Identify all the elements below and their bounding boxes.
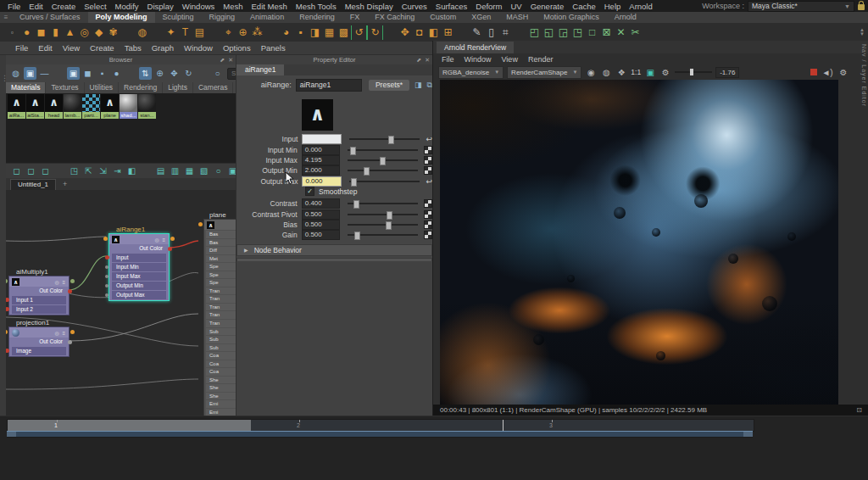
renderview-menu-item[interactable]: View	[497, 55, 523, 64]
minus-icon[interactable]: —	[38, 67, 51, 80]
shelf-tab[interactable]: Curves / Surfaces	[12, 12, 88, 23]
shelf-icon[interactable]	[455, 25, 470, 40]
browser-tab[interactable]: Textures	[46, 82, 84, 93]
node-attribute[interactable]: Sub	[206, 344, 236, 352]
property-editor-tab[interactable]: aiRange1	[236, 64, 284, 75]
input-port-dot[interactable]	[105, 284, 108, 287]
exposure-value[interactable]: -1.76	[715, 67, 739, 78]
svg-tool-icon[interactable]: ▤	[192, 25, 207, 40]
multicut-icon[interactable]: ✎	[470, 25, 484, 40]
menu-item[interactable]: Curves	[398, 2, 431, 11]
smooth-mesh-icon[interactable]: ◳	[570, 25, 585, 40]
swatch-thumbnail[interactable]	[26, 94, 44, 112]
display-settings-icon[interactable]: ⚙	[659, 68, 671, 77]
measure-tool-icon[interactable]: ⁂	[250, 25, 264, 40]
slider-handle[interactable]	[387, 211, 392, 220]
node-attribute[interactable]: Diff	[206, 247, 236, 254]
clear-filter-icon[interactable]: ○	[211, 67, 224, 80]
attribute-slider[interactable]	[348, 170, 418, 171]
node-port-dot[interactable]	[70, 330, 75, 334]
node-header[interactable]: ◎ ≡	[9, 327, 69, 338]
poly-cube-icon[interactable]: ◼	[34, 25, 48, 40]
range-handle-end[interactable]	[743, 432, 753, 437]
material-swatch[interactable]: head	[45, 94, 63, 120]
node-attribute[interactable]: Sub	[206, 328, 236, 336]
browser-tab[interactable]: Lights	[163, 82, 193, 93]
show-namespace-icon[interactable]: ✥	[168, 67, 181, 80]
input-port-dot[interactable]	[6, 307, 9, 311]
hypershade-menu-item[interactable]: Tabs	[120, 43, 147, 53]
node-input[interactable]: Output Min	[112, 282, 166, 290]
input-connections-icon[interactable]: ◻	[10, 166, 23, 176]
crop-region-icon[interactable]: ▣	[644, 68, 656, 77]
attribute-slider[interactable]	[348, 159, 418, 161]
browser-tab[interactable]: Rendering	[119, 82, 163, 93]
snapshot-icon[interactable]: ◍	[600, 68, 612, 77]
renderview-menu-item[interactable]: File	[437, 55, 459, 64]
map-button-icon[interactable]	[424, 166, 432, 175]
menu-item[interactable]: Cache	[568, 2, 599, 11]
nav-layer-editor-tab[interactable]: Nav / Layer Editor	[861, 44, 867, 107]
poly-sphere-icon[interactable]: ●	[19, 25, 34, 40]
menu-item[interactable]: Surfaces	[431, 2, 472, 11]
shelf-icon[interactable]	[149, 25, 164, 40]
node-attribute[interactable]: Coa	[206, 360, 236, 368]
zoom-level[interactable]: 1:1	[631, 68, 641, 76]
slider-handle[interactable]	[380, 157, 386, 165]
close-panel-icon[interactable]: ✕	[425, 55, 430, 64]
super-shape-icon[interactable]: ✦	[164, 25, 178, 40]
shelf-grip-icon[interactable]: ▫	[5, 25, 19, 40]
merge-vertices-icon[interactable]: ◱	[542, 25, 556, 40]
shelf-tab[interactable]: Rendering	[292, 12, 342, 23]
aov-dropdown[interactable]: RGBA_denoise▼	[438, 66, 504, 79]
renderview-title-tab[interactable]: Arnold RenderView	[437, 42, 514, 53]
shelf-tab[interactable]: FX Caching	[367, 12, 422, 23]
material-swatch[interactable]: stan...	[138, 94, 156, 120]
slider-handle[interactable]	[350, 147, 356, 155]
menu-item[interactable]: Windows	[178, 2, 220, 11]
swatch-thumbnail[interactable]	[64, 94, 81, 112]
browser-toolbar-icon[interactable]	[53, 67, 65, 80]
combine-icon[interactable]: ▪	[293, 25, 308, 40]
node-attribute[interactable]: Sub	[206, 336, 236, 343]
browser-tab[interactable]: Cameras	[193, 82, 233, 93]
swatch-thumbnail[interactable]	[120, 94, 137, 112]
menu-item[interactable]: Help	[600, 2, 626, 11]
material-swatch[interactable]: aiRa...	[8, 94, 25, 120]
playback-range-highlight[interactable]	[8, 420, 251, 431]
menu-item[interactable]: Mesh Display	[341, 2, 398, 11]
add-to-graph-icon[interactable]: ◳	[68, 166, 81, 176]
output-port-dot[interactable]	[168, 247, 172, 251]
shelf-tab[interactable]: Sculpting	[155, 12, 202, 23]
full-connections-icon[interactable]: ◻	[39, 166, 52, 176]
node-attribute[interactable]: Coa	[206, 368, 236, 376]
shelf-tab[interactable]: Animation	[242, 12, 292, 23]
knife-icon[interactable]: ✂	[628, 25, 643, 40]
attribute-slider[interactable]	[348, 214, 418, 215]
node-attribute[interactable]: Spe	[206, 279, 236, 287]
node-attribute[interactable]: She	[206, 384, 236, 392]
input-port-dot[interactable]	[6, 298, 9, 302]
pin-selection-icon[interactable]: ◧	[125, 166, 138, 176]
sort-icon[interactable]: ⇅	[139, 67, 152, 80]
quad-draw-icon[interactable]: □	[585, 25, 599, 40]
menu-item[interactable]: Edit Mesh	[248, 2, 292, 11]
target-weld-icon[interactable]: ◰	[527, 25, 542, 40]
abort-render-icon[interactable]	[810, 69, 817, 75]
node-input[interactable]: Image	[12, 347, 66, 355]
shelf-scroll-arrows[interactable]: ▲▼	[860, 28, 865, 36]
swatch-thumbnail[interactable]	[82, 94, 100, 112]
node-header[interactable]: ∧	[204, 220, 236, 230]
node-output[interactable]: Out Color	[9, 287, 69, 295]
float-panel-icon[interactable]: ⬈	[220, 55, 225, 64]
attribute-value-field[interactable]: 0.500	[302, 209, 341, 220]
simple-connections-icon[interactable]: ◻	[25, 166, 37, 176]
attribute-slider[interactable]	[349, 138, 420, 140]
map-button-icon[interactable]	[424, 146, 432, 154]
menu-item[interactable]: Select	[80, 2, 110, 11]
node-attribute[interactable]: Emi	[206, 409, 236, 416]
attribute-value-field[interactable]: 0.000	[302, 145, 341, 155]
output-port-dot[interactable]	[68, 340, 72, 344]
poly-cone-icon[interactable]: ▲	[63, 25, 77, 40]
browser-tab[interactable]: Utilities	[85, 82, 119, 93]
